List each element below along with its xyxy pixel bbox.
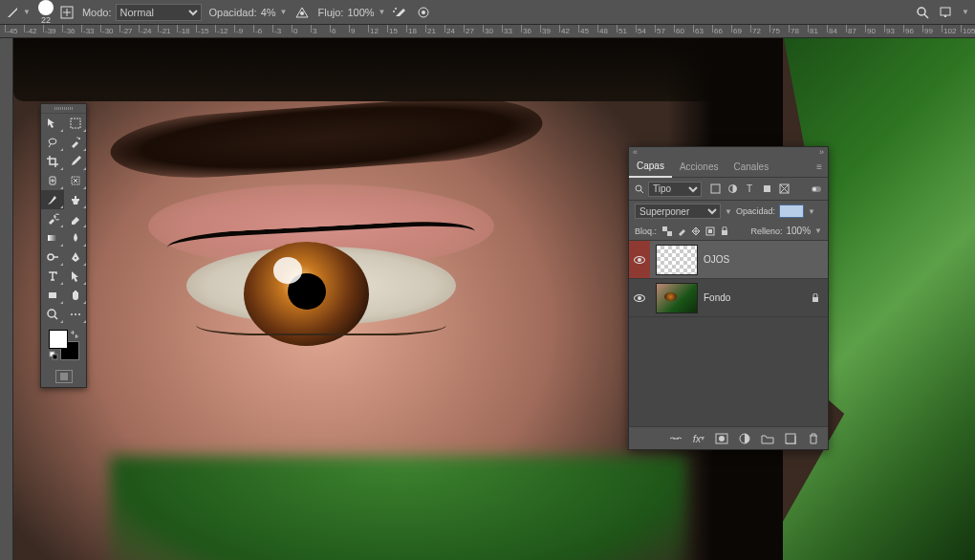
chevron-down-icon[interactable]: ▼	[280, 8, 288, 16]
chevron-down-icon[interactable]: ▼	[379, 8, 386, 16]
swap-colors-icon[interactable]	[70, 330, 79, 339]
move-tool[interactable]	[41, 114, 64, 133]
tab-layers[interactable]: Capas	[629, 157, 672, 178]
svg-point-16	[75, 257, 76, 259]
path-select-tool[interactable]	[64, 267, 87, 286]
svg-point-38	[719, 436, 725, 442]
lock-transparency-icon[interactable]	[662, 226, 672, 236]
crop-tool[interactable]	[41, 152, 64, 171]
eraser-tool[interactable]	[64, 209, 87, 228]
healing-brush-tool[interactable]	[41, 171, 64, 190]
vertical-ruler	[0, 38, 13, 560]
pressure-size-toggle[interactable]	[416, 6, 431, 19]
opacity-value[interactable]: 4%	[261, 7, 276, 18]
layer-name[interactable]: Fondo	[704, 292, 730, 303]
lock-position-icon[interactable]	[691, 226, 701, 236]
color-picker	[41, 324, 86, 366]
layer-thumbnail[interactable]	[656, 245, 698, 275]
brush-tool[interactable]	[41, 190, 64, 209]
layer-opacity-input[interactable]	[779, 205, 804, 218]
type-tool[interactable]	[41, 267, 64, 286]
zoom-tool[interactable]	[41, 305, 64, 324]
filter-adjustment-icon[interactable]	[726, 183, 738, 195]
layer-name[interactable]: OJOS	[704, 254, 729, 265]
pen-tool[interactable]	[64, 248, 87, 267]
brush-preview-icon	[38, 0, 54, 15]
layer-style-icon[interactable]: fx▾	[692, 432, 705, 445]
svg-rect-9	[71, 118, 80, 128]
svg-point-6	[918, 8, 925, 15]
filter-toggle-icon[interactable]	[811, 183, 822, 195]
clone-stamp-tool[interactable]	[64, 190, 87, 209]
blend-mode-select[interactable]: Normal	[116, 4, 202, 21]
new-layer-icon[interactable]	[784, 432, 797, 445]
fill-value[interactable]: 100%	[787, 226, 812, 236]
tools-panel	[40, 103, 87, 388]
tool-preset-picker[interactable]: ▼	[6, 6, 31, 19]
eye-icon	[634, 256, 645, 264]
layer-filter-select[interactable]: Tipo	[648, 182, 702, 197]
document-canvas[interactable]	[13, 38, 975, 560]
default-colors-icon[interactable]	[49, 351, 58, 360]
flow-label: Flujo:	[317, 7, 343, 18]
panel-menu-icon[interactable]: ≡	[811, 162, 828, 172]
adjustment-layer-icon[interactable]	[738, 432, 751, 445]
layer-visibility-toggle[interactable]	[629, 279, 650, 316]
history-brush-tool[interactable]	[41, 209, 64, 228]
lock-pixels-icon[interactable]	[677, 226, 686, 236]
patch-tool[interactable]	[64, 171, 87, 190]
collapse-left-icon[interactable]: «	[633, 147, 638, 157]
layer-row[interactable]: OJOS	[629, 241, 828, 279]
blur-tool[interactable]	[64, 228, 87, 248]
layer-mask-icon[interactable]	[715, 432, 728, 445]
layer-row[interactable]: Fondo	[629, 279, 828, 317]
filter-shape-icon[interactable]	[761, 183, 772, 195]
edit-toolbar[interactable]	[64, 305, 87, 324]
quick-mask-toggle[interactable]	[41, 366, 86, 387]
panel-header[interactable]: « »	[629, 147, 828, 157]
tab-channels[interactable]: Canales	[726, 157, 776, 178]
hand-tool[interactable]	[64, 286, 87, 305]
rectangle-tool[interactable]	[41, 286, 64, 305]
svg-point-18	[48, 310, 55, 317]
brush-preset-picker[interactable]: 22	[38, 0, 54, 25]
svg-rect-17	[49, 292, 56, 298]
filter-smart-icon[interactable]	[778, 183, 790, 195]
collapse-right-icon[interactable]: »	[819, 147, 824, 157]
blend-opacity-row: Superponer ▼ Opacidad: ▼	[629, 201, 828, 222]
filter-type-icon[interactable]: T	[744, 183, 755, 195]
marquee-tool[interactable]	[64, 114, 87, 133]
search-icon[interactable]	[916, 6, 929, 19]
lock-all-icon[interactable]	[720, 226, 729, 236]
chevron-down-icon[interactable]: ▼	[962, 8, 969, 16]
lock-artboard-icon[interactable]	[705, 226, 715, 236]
flow-value[interactable]: 100%	[347, 7, 374, 18]
layer-blend-mode-select[interactable]: Superponer	[635, 204, 721, 219]
eye-icon	[634, 294, 645, 302]
svg-rect-25	[711, 184, 720, 193]
svg-point-5	[422, 11, 425, 14]
dodge-tool[interactable]	[41, 248, 64, 267]
gradient-tool[interactable]	[41, 228, 64, 248]
airbrush-toggle[interactable]	[393, 6, 408, 19]
panel-grip[interactable]	[41, 104, 86, 114]
quick-select-tool[interactable]	[64, 133, 87, 152]
layer-visibility-toggle[interactable]	[629, 241, 650, 278]
chevron-down-icon[interactable]: ▼	[808, 207, 815, 216]
delete-layer-icon[interactable]	[807, 432, 820, 445]
foreground-color-swatch[interactable]	[49, 330, 68, 349]
chevron-down-icon[interactable]: ▼	[814, 226, 822, 235]
brush-settings-toggle[interactable]	[59, 5, 75, 20]
new-group-icon[interactable]	[761, 432, 774, 445]
filter-pixel-icon[interactable]	[709, 183, 721, 195]
lasso-tool[interactable]	[41, 133, 64, 152]
svg-point-11	[76, 137, 77, 138]
screen-mode-icon[interactable]	[939, 6, 952, 19]
pressure-opacity-toggle[interactable]	[294, 6, 310, 19]
layer-thumbnail[interactable]	[656, 283, 698, 313]
tab-actions[interactable]: Acciones	[672, 157, 726, 178]
eyedropper-tool[interactable]	[64, 152, 87, 171]
brush-size-value: 22	[39, 15, 53, 25]
layer-list: OJOSFondo	[629, 241, 828, 426]
link-layers-icon[interactable]	[669, 432, 682, 445]
